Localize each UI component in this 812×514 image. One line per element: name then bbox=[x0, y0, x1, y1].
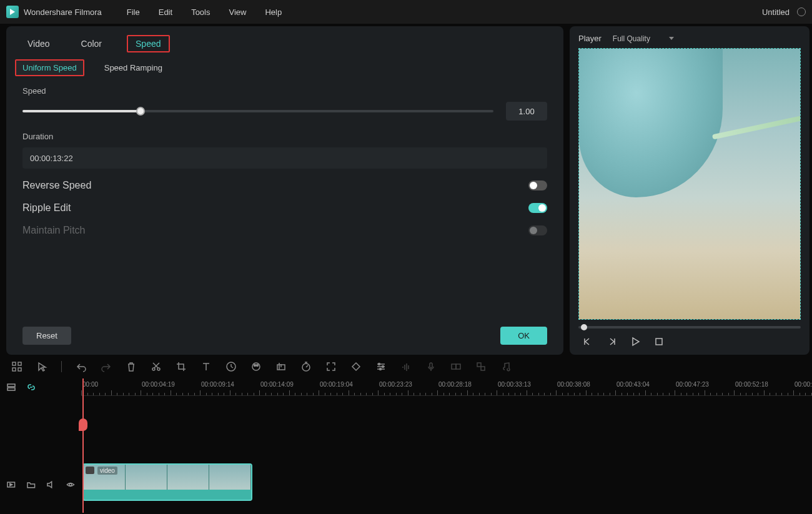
ruler-tick: 00:00:23:23 bbox=[379, 381, 412, 388]
titlebar: Wondershare Filmora File Edit Tools View… bbox=[0, 0, 812, 24]
app-logo-icon bbox=[6, 6, 19, 18]
svg-rect-1 bbox=[12, 362, 16, 365]
ruler-tick: 00:00:38:08 bbox=[557, 381, 590, 388]
ruler-tick: 00:00:57:13 bbox=[795, 381, 812, 388]
ruler-tick: 00:00 bbox=[82, 381, 98, 388]
track-folder-icon[interactable] bbox=[26, 480, 36, 490]
link-icon[interactable] bbox=[26, 382, 36, 392]
music-icon bbox=[500, 361, 512, 372]
timeline-ruler[interactable]: 00:0000:00:04:1900:00:09:1400:00:14:0900… bbox=[81, 378, 812, 396]
video-clip[interactable]: video bbox=[82, 463, 252, 501]
speed-slider[interactable] bbox=[22, 105, 493, 117]
ruler-tick: 00:00:04:19 bbox=[142, 381, 175, 388]
svg-rect-20 bbox=[481, 367, 485, 370]
prev-frame-button[interactable] bbox=[582, 336, 593, 347]
ripple-edit-label: Ripple Edit bbox=[22, 202, 71, 214]
ruler-tick: 00:00:52:18 bbox=[735, 381, 768, 388]
maintain-pitch-toggle bbox=[528, 225, 547, 235]
fullscreen-icon[interactable] bbox=[325, 361, 337, 372]
stopwatch-icon[interactable] bbox=[300, 361, 312, 372]
svg-rect-22 bbox=[7, 388, 15, 390]
menu-tools[interactable]: Tools bbox=[191, 7, 210, 17]
cursor-icon[interactable] bbox=[36, 361, 47, 372]
document-title: Untitled bbox=[762, 7, 790, 17]
duration-label: Duration bbox=[22, 132, 547, 141]
subtab-uniform-speed[interactable]: Uniform Speed bbox=[15, 59, 84, 76]
svg-rect-4 bbox=[18, 368, 21, 371]
tab-video[interactable]: Video bbox=[21, 35, 56, 52]
redo-icon[interactable] bbox=[101, 361, 112, 372]
reverse-speed-toggle[interactable] bbox=[528, 180, 547, 190]
delete-icon[interactable] bbox=[126, 361, 137, 372]
color-icon[interactable] bbox=[250, 361, 262, 372]
ok-button[interactable]: OK bbox=[500, 327, 547, 345]
scrub-bar[interactable] bbox=[578, 326, 801, 329]
quality-dropdown[interactable]: Full Quality bbox=[613, 34, 674, 43]
speed-label: Speed bbox=[22, 86, 547, 96]
chevron-down-icon bbox=[669, 37, 674, 40]
layers-icon[interactable] bbox=[6, 382, 16, 392]
keyframe-icon[interactable] bbox=[350, 361, 362, 372]
reset-button[interactable]: Reset bbox=[22, 327, 71, 345]
svg-rect-3 bbox=[12, 368, 16, 371]
audio-edit-icon[interactable] bbox=[275, 361, 287, 372]
timeline-toolbar bbox=[0, 355, 812, 378]
ripple-edit-toggle[interactable] bbox=[528, 203, 547, 213]
maintain-pitch-label: Maintain Pitch bbox=[22, 225, 86, 236]
svg-point-24 bbox=[69, 483, 71, 486]
svg-rect-21 bbox=[7, 384, 15, 387]
svg-rect-17 bbox=[452, 364, 456, 369]
ruler-tick: 00:00:09:14 bbox=[201, 381, 234, 388]
grid-icon[interactable] bbox=[11, 361, 22, 372]
svg-point-8 bbox=[252, 363, 260, 370]
svg-rect-19 bbox=[477, 363, 481, 367]
player-title: Player bbox=[578, 34, 602, 43]
ruler-tick: 00:00:33:13 bbox=[498, 381, 531, 388]
svg-point-6 bbox=[157, 368, 160, 370]
speed-icon[interactable] bbox=[225, 361, 237, 372]
track-visibility-icon[interactable] bbox=[66, 480, 76, 490]
stop-button[interactable] bbox=[653, 336, 665, 347]
ruler-tick: 00:00:19:04 bbox=[320, 381, 353, 388]
track-mute-icon[interactable] bbox=[46, 480, 56, 490]
scrub-thumb[interactable] bbox=[581, 324, 587, 330]
playhead[interactable] bbox=[82, 378, 84, 513]
svg-point-13 bbox=[379, 363, 380, 365]
audio-icon bbox=[400, 361, 412, 372]
adjust-icon[interactable] bbox=[375, 361, 387, 372]
svg-point-10 bbox=[257, 365, 259, 367]
ruler-tick: 00:00:14:09 bbox=[260, 381, 294, 388]
reverse-speed-label: Reverse Speed bbox=[22, 180, 91, 191]
undo-icon[interactable] bbox=[76, 361, 87, 372]
svg-rect-0 bbox=[656, 339, 662, 345]
detach-icon bbox=[475, 361, 487, 372]
menu-file[interactable]: File bbox=[127, 7, 140, 17]
subtab-speed-ramping[interactable]: Speed Ramping bbox=[97, 59, 170, 76]
sync-icon[interactable] bbox=[797, 7, 806, 16]
crop-icon[interactable] bbox=[176, 361, 187, 372]
tab-color[interactable]: Color bbox=[75, 35, 108, 52]
next-frame-button[interactable] bbox=[606, 336, 617, 347]
menu-edit[interactable]: Edit bbox=[159, 7, 172, 17]
duration-input[interactable]: 00:00:13:22 bbox=[22, 147, 547, 169]
speed-slider-thumb[interactable] bbox=[136, 107, 145, 116]
playhead-handle[interactable] bbox=[79, 418, 87, 431]
video-preview[interactable] bbox=[578, 48, 801, 320]
cut-icon[interactable] bbox=[151, 361, 162, 372]
group-icon bbox=[450, 361, 462, 372]
player-panel: Player Full Quality bbox=[570, 26, 810, 355]
svg-point-9 bbox=[254, 365, 256, 367]
menu-view[interactable]: View bbox=[229, 7, 246, 17]
settings-panel: Video Color Speed Uniform Speed Speed Ra… bbox=[6, 26, 563, 355]
tab-speed[interactable]: Speed bbox=[127, 35, 169, 52]
timeline: 00:0000:00:04:1900:00:09:1400:00:14:0900… bbox=[0, 378, 812, 513]
svg-rect-16 bbox=[430, 363, 432, 368]
clip-label: video bbox=[97, 467, 117, 475]
svg-point-5 bbox=[152, 368, 155, 370]
app-name: Wondershare Filmora bbox=[24, 7, 102, 17]
menu-help[interactable]: Help bbox=[265, 7, 282, 17]
play-button[interactable] bbox=[630, 336, 641, 347]
speed-value[interactable]: 1.00 bbox=[506, 102, 547, 121]
text-icon[interactable] bbox=[201, 361, 212, 372]
track-video-icon[interactable] bbox=[6, 480, 16, 490]
